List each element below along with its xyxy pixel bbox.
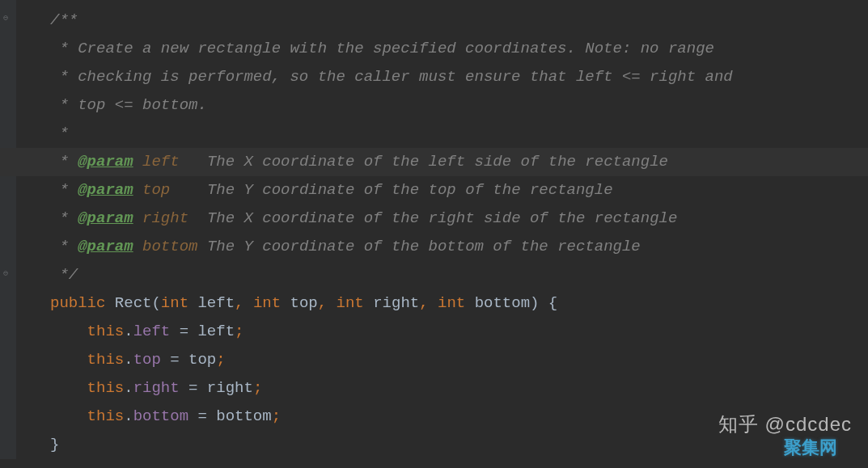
param: top	[290, 294, 318, 312]
javadoc-param-name: left	[142, 153, 180, 171]
param: left	[197, 294, 235, 312]
param: right	[373, 294, 419, 312]
javadoc-param-desc: The X coordinate of the right side of th…	[207, 209, 678, 227]
javadoc-tag: @param	[78, 181, 133, 199]
javadoc-open: /**	[50, 11, 78, 29]
code-line: this.top = top;	[50, 346, 868, 374]
code-line: /**	[50, 6, 868, 35]
code-area[interactable]: /** * Create a new rectangle with the sp…	[0, 6, 868, 459]
code-line: */	[50, 261, 868, 289]
field: right	[133, 379, 180, 397]
javadoc-desc: * Create a new rectangle with the specif…	[50, 40, 714, 57]
javadoc-desc: * checking is performed, so the caller m…	[50, 68, 733, 86]
code-line: this.right = right;	[50, 374, 868, 403]
code-line: * @param bottom The Y coordinate of the …	[50, 233, 868, 261]
identifier: top	[188, 351, 216, 369]
watermark-juji: 聚集网	[784, 432, 837, 465]
keyword-int: int	[337, 294, 364, 312]
javadoc-tag: @param	[78, 153, 133, 171]
javadoc-desc: * top <= bottom.	[50, 96, 207, 114]
javadoc-param-desc: The Y coordinate of the bottom of the re…	[207, 238, 641, 255]
code-line: * Create a new rectangle with the specif…	[50, 35, 868, 63]
field: top	[133, 351, 161, 369]
identifier: left	[197, 323, 235, 340]
code-line: * @param top The Y coordinate of the top…	[50, 176, 868, 204]
code-line: public Rect(int left, int top, int right…	[50, 289, 868, 318]
code-line: * @param right The X coordinate of the r…	[50, 204, 868, 233]
code-line-active: * @param left The X coordinate of the le…	[0, 148, 868, 176]
param: bottom	[475, 294, 530, 312]
code-line: * checking is performed, so the caller m…	[50, 63, 868, 91]
keyword-this: this	[87, 379, 125, 397]
keyword-int: int	[438, 294, 465, 312]
code-line: this.left = left;	[50, 318, 868, 346]
javadoc-param-desc: The Y coordinate of the top of the recta…	[207, 181, 613, 199]
javadoc-param-desc: The X coordinate of the left side of the…	[207, 153, 668, 171]
close-brace: }	[50, 436, 59, 453]
identifier: bottom	[216, 407, 271, 425]
javadoc-close: */	[50, 266, 78, 284]
field: bottom	[133, 407, 188, 425]
javadoc-tag: @param	[78, 238, 133, 255]
code-line: *	[50, 120, 868, 148]
javadoc-blank: *	[50, 124, 69, 142]
javadoc-param-name: right	[142, 209, 188, 227]
keyword-this: this	[87, 351, 125, 369]
identifier: right	[207, 379, 253, 397]
code-line: * top <= bottom.	[50, 91, 868, 120]
code-editor[interactable]: ⊖ ⊖ /** * Create a new rectangle with th…	[0, 0, 868, 459]
field: left	[133, 323, 171, 340]
keyword-int: int	[161, 294, 188, 312]
keyword-this: this	[87, 407, 125, 425]
keyword-int: int	[253, 294, 281, 312]
javadoc-tag: @param	[78, 209, 133, 227]
javadoc-param-name: top	[142, 181, 170, 199]
keyword-public: public	[50, 294, 105, 312]
classname: Rect	[115, 294, 152, 312]
keyword-this: this	[87, 323, 125, 340]
javadoc-param-name: bottom	[142, 238, 197, 255]
